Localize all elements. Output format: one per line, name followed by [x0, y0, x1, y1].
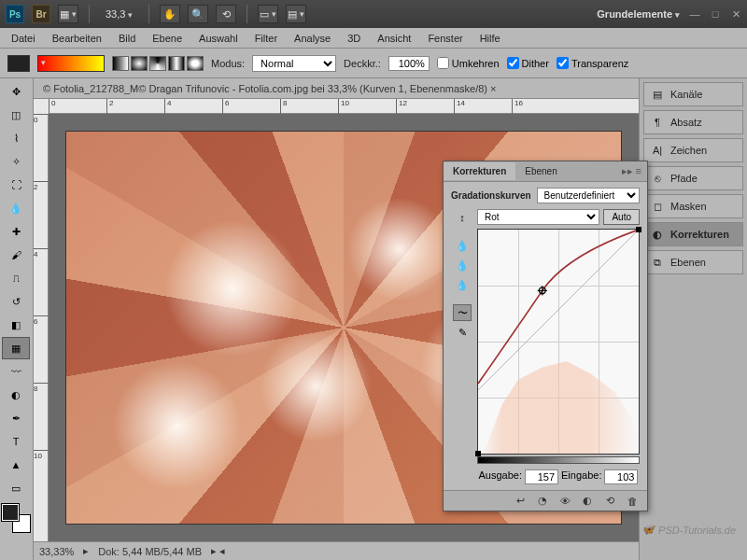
- panel-absatz[interactable]: ¶Absatz: [643, 110, 743, 134]
- output-field[interactable]: [525, 469, 558, 484]
- return-icon[interactable]: ↩: [513, 495, 528, 508]
- curve-edit-icon[interactable]: 〜: [453, 304, 472, 321]
- menu-filter[interactable]: Filter: [247, 30, 285, 47]
- workspace-switcher[interactable]: Grundelemente: [597, 8, 680, 20]
- menu-datei[interactable]: Datei: [4, 30, 43, 47]
- curve-path[interactable]: [478, 230, 639, 390]
- eraser-tool[interactable]: ◧: [2, 314, 30, 336]
- transparency-checkbox[interactable]: Transparenz: [557, 57, 628, 69]
- panel-dock: ▤Kanäle¶AbsatzA|Zeichen⎋Pfade◻Masken◐Kor…: [639, 78, 747, 560]
- menu-fenster[interactable]: Fenster: [420, 30, 470, 47]
- crop-tool[interactable]: ⛶: [2, 174, 30, 196]
- reverse-checkbox[interactable]: Umkehren: [437, 57, 500, 69]
- type-tool[interactable]: T: [2, 430, 30, 453]
- menu-3d[interactable]: 3D: [340, 30, 368, 47]
- zoom-tool-icon[interactable]: 🔍: [188, 5, 208, 23]
- panel-zeichen[interactable]: A|Zeichen: [643, 138, 743, 162]
- gray-eyedropper-icon[interactable]: 💧: [453, 257, 472, 273]
- input-field[interactable]: [604, 469, 638, 484]
- menu-bild[interactable]: Bild: [111, 30, 143, 47]
- bridge-icon[interactable]: Br: [32, 5, 50, 23]
- clip-icon[interactable]: ◔: [535, 495, 550, 508]
- lay-icon: ⧉: [650, 256, 665, 269]
- eyedropper-tool[interactable]: 💧: [2, 197, 30, 219]
- maximize-icon[interactable]: □: [710, 8, 721, 20]
- extras-button[interactable]: ▤: [286, 5, 306, 23]
- foreground-color[interactable]: [2, 504, 19, 521]
- white-eyedropper-icon[interactable]: 💧: [453, 276, 472, 293]
- para-icon: ¶: [650, 116, 665, 129]
- blur-tool[interactable]: 〰: [2, 360, 30, 383]
- marquee-tool[interactable]: ◫: [2, 104, 30, 126]
- curves-preset-select[interactable]: Benutzerdefiniert: [537, 188, 640, 203]
- diamond-gradient-button[interactable]: [187, 56, 204, 71]
- path-select-tool[interactable]: ▲: [2, 454, 30, 476]
- brush-tool[interactable]: 🖌: [2, 244, 30, 266]
- shape-tool[interactable]: ▭: [2, 477, 30, 499]
- view-icon[interactable]: 👁: [557, 495, 572, 508]
- mode-label: Modus:: [211, 58, 245, 69]
- menu-hilfe[interactable]: Hilfe: [472, 30, 508, 47]
- wand-tool[interactable]: ✧: [2, 150, 30, 173]
- panel-collapse-icon[interactable]: ▸▸ ≡: [616, 165, 647, 177]
- white-point-handle[interactable]: [636, 227, 641, 232]
- panel-kanäle[interactable]: ▤Kanäle: [643, 82, 743, 106]
- menu-analyse[interactable]: Analyse: [287, 30, 338, 47]
- mask-icon: ◻: [650, 200, 665, 213]
- menu-ebene[interactable]: Ebene: [145, 30, 190, 47]
- tab-ebenen[interactable]: Ebenen: [515, 162, 566, 180]
- panel-label: Kanäle: [670, 89, 702, 100]
- panel-ebenen[interactable]: ⧉Ebenen: [643, 250, 743, 274]
- color-swatches[interactable]: [2, 504, 30, 532]
- status-zoom[interactable]: 33,33%: [39, 546, 74, 557]
- zoom-level[interactable]: 33,3: [100, 8, 138, 20]
- opacity-field[interactable]: [388, 56, 430, 71]
- panel-korrekturen[interactable]: ◐Korrekturen: [643, 222, 743, 246]
- gradient-tool[interactable]: ▦: [2, 337, 30, 359]
- window-arrange-button[interactable]: ▦: [58, 5, 78, 23]
- gradient-tool-icon[interactable]: [7, 55, 30, 72]
- close-icon[interactable]: ✕: [730, 8, 741, 20]
- minimize-icon[interactable]: —: [689, 8, 700, 20]
- hand-tool-icon[interactable]: ✋: [160, 5, 180, 23]
- curves-graph[interactable]: [477, 229, 640, 455]
- blend-mode-select[interactable]: Normal: [252, 55, 336, 72]
- move-tool[interactable]: ✥: [2, 80, 30, 103]
- menu-bearbeiten[interactable]: Bearbeiten: [45, 30, 109, 47]
- tab-korrekturen[interactable]: Korrekturen: [444, 162, 515, 180]
- curves-title: Gradationskurven: [451, 190, 531, 201]
- linear-gradient-button[interactable]: [112, 56, 129, 71]
- dither-checkbox[interactable]: Dither: [507, 57, 549, 69]
- panel-pfade[interactable]: ⎋Pfade: [643, 166, 743, 190]
- reset-icon[interactable]: ⟲: [602, 495, 617, 508]
- history-brush-tool[interactable]: ↺: [2, 290, 30, 313]
- document-tab[interactable]: © Fotolia_212788_M© Dragan Trifunovic - …: [34, 78, 639, 99]
- panel-masken[interactable]: ◻Masken: [643, 194, 743, 218]
- trash-icon[interactable]: 🗑: [625, 495, 640, 508]
- status-doc-info[interactable]: Dok: 5,44 MB/5,44 MB: [98, 546, 202, 557]
- healing-tool[interactable]: ✚: [2, 220, 30, 243]
- target-adjust-icon[interactable]: ↕: [453, 209, 472, 226]
- lasso-tool[interactable]: ⌇: [2, 127, 30, 149]
- screen-mode-button[interactable]: ▭: [258, 5, 278, 23]
- pencil-edit-icon[interactable]: ✎: [453, 324, 472, 341]
- rotate-view-icon[interactable]: ⟲: [216, 5, 236, 23]
- menu-auswahl[interactable]: Auswahl: [191, 30, 246, 47]
- photoshop-icon[interactable]: Ps: [6, 5, 24, 23]
- layers-icon: ▤: [650, 88, 665, 101]
- radial-gradient-button[interactable]: [131, 56, 148, 71]
- channel-select[interactable]: Rot: [477, 209, 599, 225]
- angle-gradient-button[interactable]: [149, 56, 166, 71]
- auto-button[interactable]: Auto: [603, 209, 640, 225]
- gradient-picker[interactable]: [37, 55, 105, 72]
- prev-state-icon[interactable]: ◐: [580, 495, 595, 508]
- curves-adjustment-panel[interactable]: Korrekturen Ebenen ▸▸ ≡ Gradationskurven…: [443, 161, 648, 511]
- pen-tool[interactable]: ✒: [2, 407, 30, 429]
- black-eyedropper-icon[interactable]: 💧: [453, 237, 472, 254]
- dodge-tool[interactable]: ◐: [2, 384, 30, 406]
- menu-ansicht[interactable]: Ansicht: [370, 30, 418, 47]
- stamp-tool[interactable]: ⎍: [2, 267, 30, 289]
- reflected-gradient-button[interactable]: [168, 56, 185, 71]
- black-point-handle[interactable]: [475, 451, 481, 456]
- input-gradient-slider[interactable]: [477, 456, 640, 464]
